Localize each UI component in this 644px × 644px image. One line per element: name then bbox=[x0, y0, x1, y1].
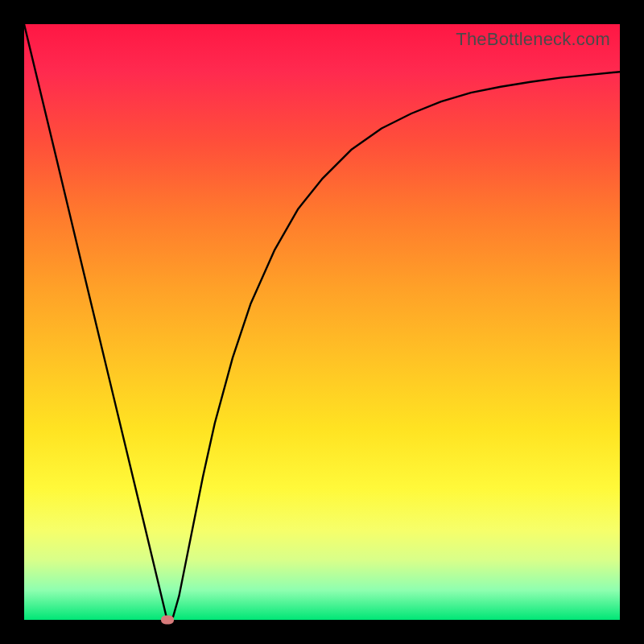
minimum-marker bbox=[161, 616, 174, 625]
bottleneck-curve bbox=[24, 24, 620, 620]
watermark-text: TheBottleneck.com bbox=[456, 29, 610, 50]
chart-plot-area: TheBottleneck.com bbox=[24, 24, 620, 620]
